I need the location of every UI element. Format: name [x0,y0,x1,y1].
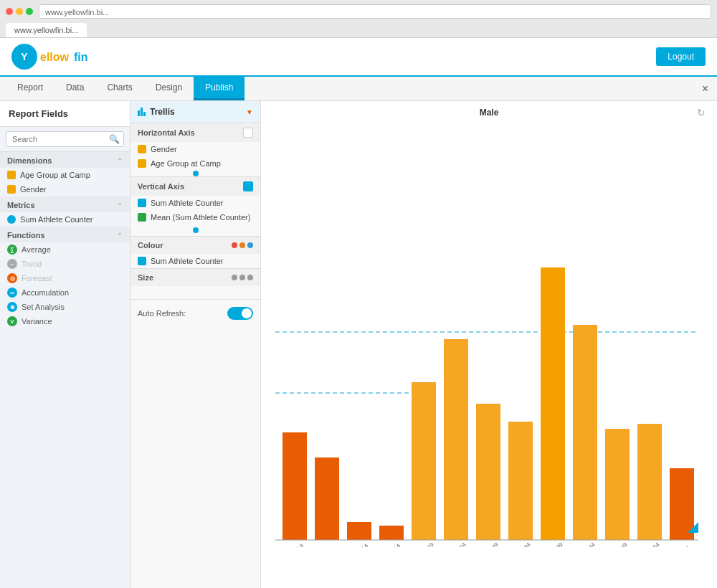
colour-dot-orange [239,242,245,248]
h-axis-age-group[interactable]: Age Group at Camp [130,156,260,171]
age-group-label: Age Group at Camp [20,171,90,179]
size-dots [232,275,253,280]
x-label-2: 5 + [325,544,336,547]
chart-header: Male ↻ [261,101,717,124]
metrics-section-header[interactable]: Metrics ⌃ [0,196,130,212]
nav-tabs-wrapper: Report Data Charts Design Publish × [0,77,717,101]
browser-tab[interactable]: www.yellowfin.bi... [6,23,87,37]
size-header: Size [130,269,260,286]
chart-title: Male [417,108,561,118]
function-accumulation[interactable]: ∞ Accumulation [0,285,130,300]
x-label-3: 0 - 14 [354,542,369,547]
auto-refresh-toggle[interactable] [227,307,253,320]
colour-dot-red [232,242,237,248]
metrics-chevron-icon: ⌃ [117,201,123,209]
function-forecast[interactable]: ◎ Forecast [0,271,130,285]
set-analysis-label: Set Analysis [22,303,65,311]
bar-6 [444,339,468,540]
function-set-analysis[interactable]: ⊕ Set Analysis [0,300,130,314]
sidebar-item-age-group[interactable]: Age Group at Camp [0,168,130,182]
chart-type-selector[interactable]: Trellis ▼ [130,101,260,123]
colour-item-label: Sum Athlete Counter [151,257,224,265]
dot-yellow [16,8,23,15]
trellis-icon [138,108,146,116]
bar-10 [573,325,597,540]
sidebar-item-gender[interactable]: Gender [0,182,130,196]
horizontal-axis-section: Horizontal Axis Gender Age Group at Camp [130,123,260,177]
bar-2 [315,457,339,540]
close-icon[interactable]: × [702,82,708,95]
v-sum-icon [138,199,146,207]
search-input[interactable] [6,131,124,147]
bar-12 [637,424,662,540]
bar-13 [670,468,694,540]
tab-charts[interactable]: Charts [95,77,143,100]
tab-design[interactable]: Design [144,77,194,100]
v-mean-icon [138,213,146,222]
variance-icon: V [7,316,17,326]
gender-icon [7,185,16,194]
bar-4 [379,526,404,540]
colour-header: Colour [130,237,260,254]
function-variance[interactable]: V Variance [0,314,130,328]
function-average[interactable]: ∑ Average [0,242,130,257]
x-label-10: 40 - 44 [579,541,597,547]
v-sum-label: Sum Athlete Counter [151,199,224,207]
v-axis-mean[interactable]: Mean (Sum Athlete Counter) [130,210,260,224]
colour-section: Colour Sum Athlete Counter [130,237,260,269]
main-layout: Report Fields 🔍 Dimensions ⌃ Age Group a… [0,101,717,588]
x-label-1: 50-14 [290,542,305,547]
size-label: Size [138,273,153,282]
functions-section-header[interactable]: Functions ⌃ [0,227,130,242]
auto-refresh-row: Auto Refresh: [130,300,260,327]
search-box: 🔍 [0,127,130,152]
x-label-12: 50 - 54 [644,541,661,547]
right-col: Male ↻ [261,101,717,588]
svg-text:Y: Y [21,51,28,62]
dimensions-section-header[interactable]: Dimensions ⌃ [0,152,130,168]
dropdown-arrow-icon: ▼ [246,108,253,116]
x-label-9: 35 - 39 [547,541,564,547]
colour-item[interactable]: Sum Athlete Counter [130,254,260,268]
functions-chevron-icon: ⌃ [117,232,123,240]
x-label-13: 55 + [678,544,691,547]
age-group-icon [7,171,16,179]
h-axis-gender[interactable]: Gender [130,142,260,156]
address-bar[interactable]: www.yellowfin.bi... [39,4,711,19]
dot-green [26,8,33,15]
vertical-axis-toggle[interactable] [243,181,253,191]
horizontal-axis-label: Horizontal Axis [138,128,195,137]
average-label: Average [22,245,51,254]
tab-data[interactable]: Data [54,77,95,100]
sum-athlete-label: Sum Athlete Counter [20,215,93,224]
dimensions-chevron-icon: ⌃ [117,157,123,165]
v-axis-add [130,224,260,236]
v-axis-sum[interactable]: Sum Athlete Counter [130,196,260,210]
horizontal-axis-header: Horizontal Axis [130,123,260,142]
size-dot-3 [247,275,253,280]
trend-icon: ~ [7,259,17,269]
logout-button[interactable]: Logout [656,47,706,66]
sidebar-item-sum-athlete[interactable]: Sum Athlete Counter [0,212,130,227]
accumulation-label: Accumulation [22,288,69,297]
metrics-label: Metrics [7,201,35,209]
horizontal-axis-toggle[interactable] [243,128,253,138]
tab-publish[interactable]: Publish [194,77,244,100]
x-label-7: 25 - 29 [483,541,500,547]
vertical-axis-label: Vertical Axis [138,182,184,191]
tab-report[interactable]: Report [6,77,54,100]
size-section: Size [130,269,260,300]
v-add-icon[interactable] [193,227,199,233]
vertical-axis-header: Vertical Axis [130,177,260,196]
x-label-6: 20 - 24 [450,541,467,547]
h-age-icon [138,159,146,168]
function-trend[interactable]: ~ Trend [0,257,130,271]
trend-label: Trend [22,260,42,268]
refresh-icon[interactable]: ↻ [697,107,706,118]
h-gender-icon [138,145,146,153]
app-header: Y ellow fin Logout [0,38,717,77]
x-label-4: 0 - 14 [386,542,402,547]
forecast-icon: ◎ [7,273,17,283]
chart-actions: ↻ [561,107,706,118]
h-add-icon[interactable] [193,171,199,176]
